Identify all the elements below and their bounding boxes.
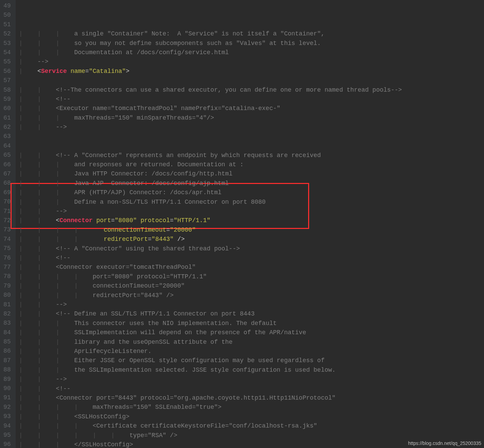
line-number: 68: [3, 179, 11, 188]
code-line: | | <Executor name="tomcatThreadPool" na…: [16, 104, 484, 113]
code-line: | <Service name="Catalina">: [16, 67, 484, 76]
code-line: | | | This connector uses the NIO implem…: [16, 319, 484, 328]
source-watermark: https://blog.csdn.net/qq_25200335: [408, 441, 481, 446]
code-line: | | <!-- Define an SSL/TLS HTTP/1.1 Conn…: [16, 309, 484, 319]
code-line: | | | APR (HTTP/AJP) Connector: /docs/ap…: [16, 188, 484, 197]
code-line: | | | <SSLHostConfig>: [16, 412, 484, 421]
code-line: | | | AprLifecycleListener.: [16, 347, 484, 356]
line-number: 56: [3, 67, 11, 76]
code-line: | | | Java AJP Connector: /docs/config/a…: [16, 179, 484, 188]
code-line: | -->: [16, 57, 484, 66]
code-line: | | -->: [16, 300, 484, 309]
line-number: 79: [3, 281, 11, 291]
code-line: [16, 132, 484, 141]
line-number-gutter: 4950515253545556575859606162636465666768…: [0, 0, 16, 448]
line-number: 84: [3, 328, 11, 337]
line-number: 66: [3, 160, 11, 169]
line-number: 58: [3, 86, 11, 95]
code-line: | | | | redirectPort="8443" />: [16, 291, 484, 300]
code-line: | | | maxThreads="150" minSpareThreads="…: [16, 113, 484, 123]
code-line: | | <!-- A "Connector" using the shared …: [16, 244, 484, 253]
code-line: | | | Documentation at /docs/config/serv…: [16, 48, 484, 57]
line-number: 72: [3, 216, 11, 225]
line-number: 92: [3, 403, 11, 412]
line-number: 67: [3, 169, 11, 179]
line-number: 54: [3, 48, 11, 57]
line-number: 71: [3, 207, 11, 216]
code-line: | | | Java HTTP Connector: /docs/config/…: [16, 169, 484, 179]
line-number: 89: [3, 375, 11, 384]
line-number: 91: [3, 393, 11, 402]
line-number: 90: [3, 384, 11, 393]
line-number: 95: [3, 431, 11, 440]
code-line: | | | Either JSSE or OpenSSL style confi…: [16, 356, 484, 365]
code-line: | | | the SSLImplementation selected. JS…: [16, 366, 484, 375]
line-number: 74: [3, 235, 11, 244]
line-number: 51: [3, 20, 11, 29]
line-number: 87: [3, 356, 11, 365]
code-line: | | -->: [16, 207, 484, 216]
line-number: 93: [3, 412, 11, 421]
code-area[interactable]: | | | a single "Container" Note: A "Serv…: [16, 0, 484, 448]
code-line: | | <Connector port="8080" protocol="HTT…: [16, 216, 484, 225]
line-number: 78: [3, 272, 11, 281]
code-line: | | <!-- A "Connector" represents an end…: [16, 151, 484, 160]
line-number: 62: [3, 123, 11, 132]
code-line: | | -->: [16, 375, 484, 384]
code-line: | | | | maxThreads="150" SSLEnabled="tru…: [16, 403, 484, 412]
code-line: | | | library and the useOpenSSL attribu…: [16, 338, 484, 347]
line-number: 52: [3, 29, 11, 38]
code-line: | | | | port="8080" protocol="HTTP/1.1": [16, 272, 484, 281]
line-number: 64: [3, 141, 11, 151]
code-line: | | <!--: [16, 95, 484, 104]
line-number: 73: [3, 225, 11, 234]
code-line: | | | | | | type="RSA" />: [16, 431, 484, 440]
line-number: 49: [3, 1, 11, 11]
code-line: [16, 76, 484, 85]
code-line: | | -->: [16, 123, 484, 132]
code-line: | | | | <Certificate certificateKeystore…: [16, 421, 484, 431]
code-line: | | | and responses are returned. Docume…: [16, 160, 484, 169]
line-number: 94: [3, 421, 11, 431]
line-number: 75: [3, 244, 11, 253]
code-line: | | | | connectionTimeout="20000": [16, 281, 484, 291]
line-number: 69: [3, 188, 11, 197]
code-line: | | | Define a non-SSL/TLS HTTP/1.1 Conn…: [16, 198, 484, 207]
code-line: [16, 141, 484, 151]
line-number: 53: [3, 39, 11, 48]
line-number: 96: [3, 440, 11, 448]
line-number: 65: [3, 151, 11, 160]
code-line: | | <!--: [16, 384, 484, 393]
line-number: 60: [3, 104, 11, 113]
code-line: | | <Connector executor="tomcatThreadPoo…: [16, 263, 484, 272]
line-number: 63: [3, 132, 11, 141]
line-number: 88: [3, 365, 11, 374]
line-number: 86: [3, 346, 11, 356]
line-number: 77: [3, 263, 11, 272]
line-number: 70: [3, 197, 11, 206]
line-number: 57: [3, 76, 11, 85]
line-number: 76: [3, 253, 11, 263]
line-number: 83: [3, 319, 11, 328]
code-line: | | <!--The connectors can use a shared …: [16, 86, 484, 95]
line-number: 61: [3, 113, 11, 123]
line-number: 85: [3, 337, 11, 346]
code-line: | | | a single "Container" Note: A "Serv…: [16, 29, 484, 38]
code-line: | | <!--: [16, 253, 484, 263]
line-number: 81: [3, 300, 11, 309]
code-line: | | | | connectionTimeout="20000": [16, 226, 484, 235]
code-editor[interactable]: 4950515253545556575859606162636465666768…: [0, 0, 484, 448]
line-number: 55: [3, 57, 11, 66]
code-line: | | <Connector port="8443" protocol="org…: [16, 393, 484, 403]
code-line: | | | | redirectPort="8443" />: [16, 235, 484, 244]
line-number: 82: [3, 309, 11, 319]
code-line: | | | so you may not define subcomponent…: [16, 39, 484, 48]
line-number: 80: [3, 291, 11, 300]
line-number: 50: [3, 11, 11, 20]
code-line: | | | SSLImplementation will depend on t…: [16, 328, 484, 337]
line-number: 59: [3, 95, 11, 104]
